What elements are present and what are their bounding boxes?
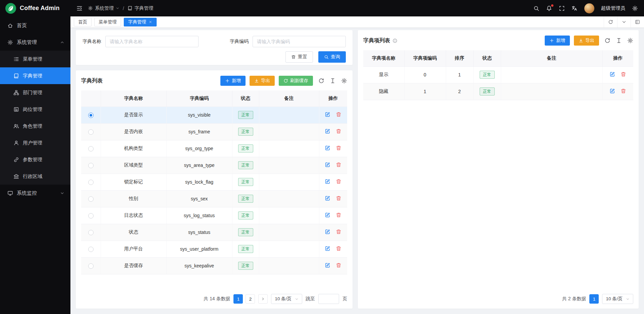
column-settings-gear-icon[interactable]	[341, 78, 347, 84]
sidebar-item-9[interactable]: 行政区域	[0, 168, 70, 185]
refresh-page-icon[interactable]	[604, 16, 617, 27]
trash-icon[interactable]	[336, 212, 341, 218]
dict-row-6[interactable]: 日志状态sys_log_status正常	[81, 207, 347, 224]
column-height-icon[interactable]	[616, 38, 622, 44]
sidebar-item-4[interactable]: 部门管理	[0, 84, 70, 101]
dict-row-3[interactable]: 区域类型sys_area_type正常	[81, 157, 347, 174]
app-logo[interactable]: Coffee Admin	[0, 0, 70, 16]
user-avatar[interactable]	[584, 3, 594, 13]
breadcrumb-item-dict[interactable]: 字典管理	[127, 5, 153, 11]
edit-icon[interactable]	[325, 195, 330, 201]
dict-row-0[interactable]: 是否显示sys_visible正常	[81, 107, 347, 123]
trash-icon[interactable]	[336, 145, 341, 151]
edit-icon[interactable]	[325, 179, 330, 184]
edit-icon[interactable]	[609, 88, 615, 94]
trash-icon[interactable]	[336, 246, 341, 251]
sidebar-item-5[interactable]: 岗位管理	[0, 101, 70, 118]
download-icon	[579, 38, 583, 43]
reset-button[interactable]: 重置	[285, 51, 313, 63]
edit-icon[interactable]	[325, 212, 330, 218]
dict-row-8[interactable]: 用户平台sys_user_platform正常	[81, 241, 347, 257]
export-dict-items-button[interactable]: 导出	[574, 36, 599, 46]
dict-item-row-1[interactable]: 隐藏12正常	[363, 83, 633, 100]
row-radio[interactable]	[88, 146, 94, 151]
sidebar-item-2[interactable]: 菜单管理	[0, 51, 70, 67]
row-radio[interactable]	[88, 180, 94, 185]
trash-icon[interactable]	[336, 112, 341, 117]
page-button-1[interactable]: 1	[589, 294, 599, 304]
row-radio[interactable]	[88, 213, 94, 218]
dict-name: 用户平台	[101, 241, 166, 257]
page-button-2[interactable]: 2	[246, 294, 255, 304]
sidebar-item-7[interactable]: 用户管理	[0, 134, 70, 151]
next-page-button[interactable]	[258, 294, 268, 304]
close-icon[interactable]	[149, 20, 152, 24]
row-radio[interactable]	[88, 129, 94, 135]
tabs-dropdown-chevron-icon[interactable]	[617, 16, 631, 27]
jump-page-input[interactable]	[318, 294, 339, 304]
page-size-select[interactable]: 10 条/页	[271, 294, 302, 304]
translate-icon[interactable]	[572, 5, 578, 11]
column-settings-gear-icon[interactable]	[627, 38, 633, 44]
export-dict-button[interactable]: 导出	[250, 76, 275, 86]
reload-table-icon[interactable]	[318, 78, 324, 84]
sidebar-item-0[interactable]: 首页	[0, 17, 70, 34]
reload-table-icon[interactable]	[604, 38, 610, 44]
page-button-1[interactable]: 1	[233, 294, 243, 304]
row-radio[interactable]	[88, 113, 94, 118]
dict-row-7[interactable]: 状态sys_status正常	[81, 224, 347, 241]
trash-icon[interactable]	[336, 229, 341, 235]
trash-icon[interactable]	[621, 88, 626, 94]
trash-icon[interactable]	[336, 179, 341, 184]
add-dict-item-button[interactable]: 新增	[545, 36, 570, 46]
dict-row-5[interactable]: 性别sys_sex正常	[81, 190, 347, 207]
edit-icon[interactable]	[325, 262, 330, 268]
edit-icon[interactable]	[325, 162, 330, 168]
tab-2[interactable]: 字典管理	[124, 18, 157, 26]
refresh-cache-button[interactable]: 刷新缓存	[279, 76, 313, 86]
notification-bell-icon[interactable]	[546, 5, 552, 11]
fullscreen-icon[interactable]	[559, 5, 565, 11]
layout-toggle-icon[interactable]	[631, 16, 644, 27]
sidebar-item-10[interactable]: 系统监控	[0, 185, 70, 201]
trash-icon[interactable]	[336, 195, 341, 201]
search-icon[interactable]	[533, 5, 539, 11]
dict-row-9[interactable]: 是否缓存sys_keepalive正常	[81, 257, 347, 274]
sidebar-item-1[interactable]: 系统管理	[0, 34, 70, 51]
settings-gear-icon[interactable]	[632, 5, 638, 11]
row-radio[interactable]	[88, 196, 94, 202]
dict-name-input[interactable]	[105, 36, 199, 47]
add-dict-button[interactable]: 新增	[220, 76, 246, 86]
trash-icon[interactable]	[336, 162, 341, 168]
edit-icon[interactable]	[325, 112, 330, 117]
status-badge: 正常	[238, 228, 253, 236]
dict-row-4[interactable]: 锁定标记sys_lock_flag正常	[81, 174, 347, 190]
page-size-select[interactable]: 10 条/页	[602, 294, 633, 304]
edit-icon[interactable]	[609, 71, 615, 77]
column-height-icon[interactable]	[330, 78, 336, 84]
sidebar-item-6[interactable]: 角色管理	[0, 118, 70, 134]
trash-icon[interactable]	[621, 71, 626, 77]
dict-item-row-0[interactable]: 显示01正常	[363, 66, 633, 83]
row-radio[interactable]	[88, 263, 94, 269]
edit-icon[interactable]	[325, 128, 330, 134]
row-radio[interactable]	[88, 247, 94, 252]
dict-row-1[interactable]: 是否内嵌sys_frame正常	[81, 123, 347, 140]
username[interactable]: 超级管理员	[601, 5, 626, 11]
edit-icon[interactable]	[325, 229, 330, 235]
dict-code-input[interactable]	[253, 36, 346, 47]
sidebar-item-3[interactable]: 字典管理	[0, 67, 70, 84]
row-radio[interactable]	[88, 230, 94, 235]
breadcrumb-item-system[interactable]: 系统管理	[88, 5, 119, 11]
tab-1[interactable]: 菜单管理	[94, 18, 121, 26]
sidebar-item-8[interactable]: 参数管理	[0, 151, 70, 168]
trash-icon[interactable]	[336, 262, 341, 268]
dict-row-2[interactable]: 机构类型sys_org_type正常	[81, 140, 347, 157]
edit-icon[interactable]	[325, 145, 330, 151]
row-radio[interactable]	[88, 163, 94, 168]
sidebar-collapse-icon[interactable]	[76, 5, 83, 11]
edit-icon[interactable]	[325, 246, 330, 251]
query-button[interactable]: 查询	[318, 51, 346, 63]
tab-0[interactable]: 首页	[74, 18, 92, 26]
trash-icon[interactable]	[336, 128, 341, 134]
